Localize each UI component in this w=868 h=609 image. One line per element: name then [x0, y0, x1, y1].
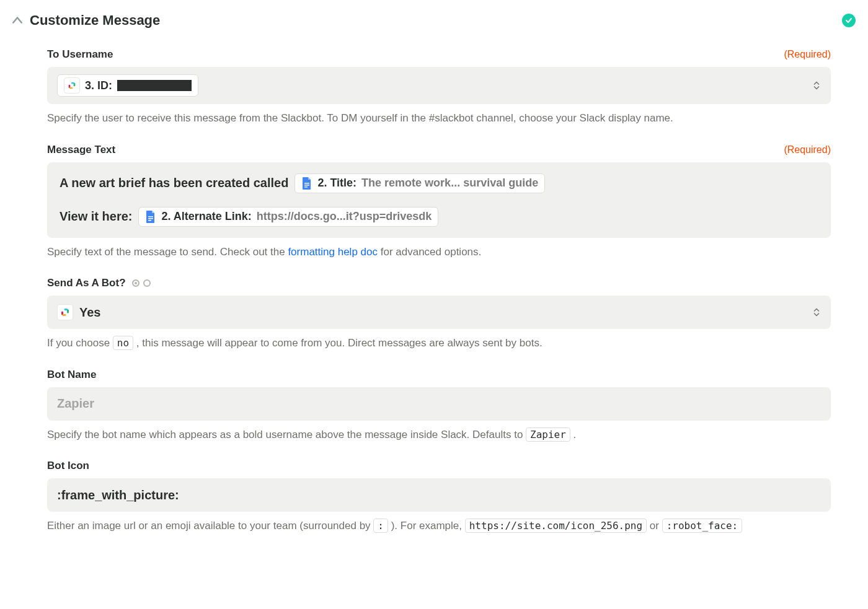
required-tag: (Required) — [784, 49, 831, 60]
message-line-1: A new art brief has been created called … — [60, 173, 818, 193]
svg-rect-12 — [67, 310, 69, 313]
chevron-sort-icon — [813, 82, 820, 90]
to-username-pill-prefix: 3. ID: — [85, 79, 112, 92]
status-check-icon — [842, 14, 856, 27]
svg-rect-6 — [304, 186, 308, 188]
field-bot-icon: Bot Icon :frame_with_picture: Either an … — [47, 460, 831, 534]
to-username-select[interactable]: 3. ID: — [47, 67, 831, 104]
send-as-bot-help: If you choose no , this message will app… — [47, 335, 831, 351]
code-url: https://site.com/icon_256.png — [465, 519, 647, 533]
code-colon: : — [373, 519, 388, 533]
google-doc-icon — [301, 177, 312, 190]
to-username-help: Specify the user to receive this message… — [47, 110, 831, 126]
link-pill: 2. Alternate Link: https://docs.go...it?… — [138, 207, 438, 227]
bot-icon-value: :frame_with_picture: — [57, 488, 179, 502]
title-pill-value: The remote work... survival guide — [361, 177, 538, 190]
message-line-2: View it here: 2. Alternate Link: https:/… — [60, 207, 818, 227]
slack-icon — [64, 77, 80, 94]
message-line1-prefix: A new art brief has been created called — [60, 176, 288, 190]
title-pill-prefix: 2. Title: — [317, 177, 356, 190]
field-message-text: Message Text (Required) A new art brief … — [47, 144, 831, 260]
code-zapier: Zapier — [526, 427, 570, 442]
bot-name-label: Bot Name — [47, 369, 96, 381]
message-text-help: Specify text of the message to send. Che… — [47, 244, 831, 260]
link-pill-prefix: 2. Alternate Link: — [161, 210, 251, 223]
svg-rect-4 — [304, 183, 309, 184]
field-type-indicator-icon — [132, 279, 151, 287]
message-text-label: Message Text — [47, 144, 115, 156]
chevron-sort-icon — [813, 309, 820, 317]
bot-name-input[interactable]: Zapier — [47, 387, 831, 421]
bot-icon-help: Either an image url or an emoji availabl… — [47, 518, 831, 534]
message-line2-prefix: View it here: — [60, 209, 132, 224]
svg-rect-5 — [304, 185, 309, 186]
google-doc-icon — [145, 210, 156, 224]
redacted-value — [117, 80, 192, 91]
code-robot-face: :robot_face: — [662, 519, 743, 533]
title-pill: 2. Title: The remote work... survival gu… — [294, 173, 545, 193]
svg-rect-9 — [148, 220, 151, 221]
svg-rect-13 — [63, 314, 66, 316]
field-to-username: To Username (Required) 3. ID: — [47, 48, 831, 126]
bot-icon-label: Bot Icon — [47, 460, 89, 472]
send-as-bot-select[interactable]: Yes — [47, 296, 831, 329]
send-as-bot-label: Send As A Bot? — [47, 277, 151, 289]
to-username-pill: 3. ID: — [57, 74, 198, 97]
required-tag: (Required) — [784, 144, 831, 156]
code-no: no — [113, 336, 133, 350]
message-text-input[interactable]: A new art brief has been created called … — [47, 162, 831, 238]
svg-rect-7 — [148, 216, 153, 217]
slack-icon — [57, 304, 73, 320]
formatting-help-link[interactable]: formatting help doc — [288, 246, 378, 258]
field-bot-name: Bot Name Zapier Specify the bot name whi… — [47, 369, 831, 443]
svg-rect-2 — [74, 83, 76, 86]
bot-icon-input[interactable]: :frame_with_picture: — [47, 478, 831, 512]
link-pill-value: https://docs.go...it?usp=drivesdk — [257, 210, 432, 223]
svg-rect-8 — [148, 218, 153, 219]
send-as-bot-value: Yes — [79, 305, 100, 320]
bot-name-help: Specify the bot name which appears as a … — [47, 427, 831, 443]
to-username-label: To Username — [47, 48, 113, 61]
svg-rect-3 — [69, 87, 73, 89]
section-title: Customize Message — [30, 12, 160, 28]
collapse-icon[interactable] — [12, 15, 22, 26]
field-send-as-bot: Send As A Bot? Yes — [47, 277, 831, 351]
section-header: Customize Message — [12, 12, 856, 28]
bot-name-placeholder: Zapier — [57, 397, 94, 411]
form-body: To Username (Required) 3. ID: — [12, 48, 856, 534]
